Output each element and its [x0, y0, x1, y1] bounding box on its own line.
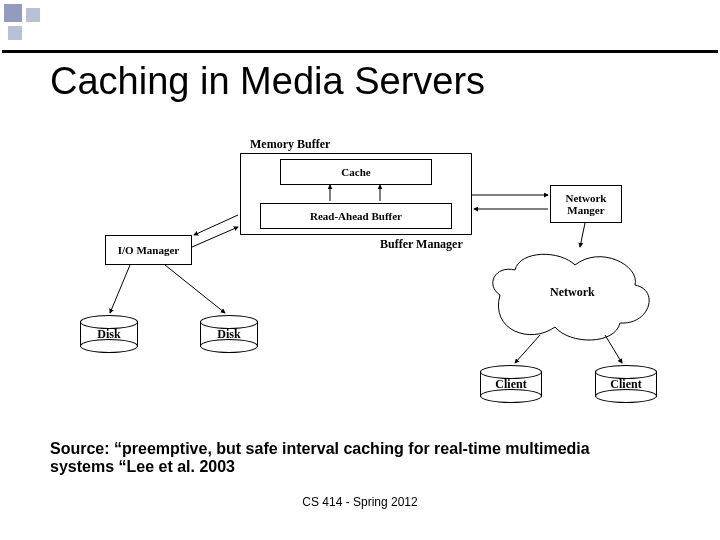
network-manager-box: Network Manger [550, 185, 622, 223]
svg-line-6 [110, 265, 130, 313]
slide: Caching in Media Servers Memory Buffer C… [0, 0, 720, 540]
cache-box: Cache [280, 159, 432, 185]
corner-decoration-icon [8, 26, 22, 40]
read-ahead-label: Read-Ahead Buffer [310, 210, 402, 222]
client-label: Client [495, 377, 526, 392]
client-icon: Client [595, 365, 657, 403]
source-citation: Source: “preemptive, but safe interval c… [50, 440, 650, 476]
client-label: Client [610, 377, 641, 392]
disk-label: Disk [97, 327, 120, 342]
title-rule [2, 50, 718, 53]
network-manager-label: Network Manger [551, 192, 621, 216]
corner-decoration-icon [26, 8, 40, 22]
svg-line-7 [165, 265, 225, 313]
memory-buffer-label: Memory Buffer [250, 137, 330, 152]
buffer-manager-label: Buffer Manager [380, 237, 463, 252]
disk-icon: Disk [80, 315, 138, 353]
corner-decoration-icon [4, 4, 22, 22]
page-title: Caching in Media Servers [50, 60, 485, 103]
footer-text: CS 414 - Spring 2012 [0, 495, 720, 509]
read-ahead-box: Read-Ahead Buffer [260, 203, 452, 229]
svg-line-8 [580, 223, 585, 247]
io-manager-label: I/O Manager [118, 244, 179, 256]
svg-line-2 [192, 227, 238, 247]
cache-label: Cache [341, 166, 370, 178]
disk-label: Disk [217, 327, 240, 342]
network-label: Network [550, 285, 595, 300]
svg-line-3 [194, 215, 238, 235]
client-icon: Client [480, 365, 542, 403]
architecture-diagram: Memory Buffer Cache Read-Ahead Buffer Bu… [50, 135, 670, 415]
disk-icon: Disk [200, 315, 258, 353]
io-manager-box: I/O Manager [105, 235, 192, 265]
